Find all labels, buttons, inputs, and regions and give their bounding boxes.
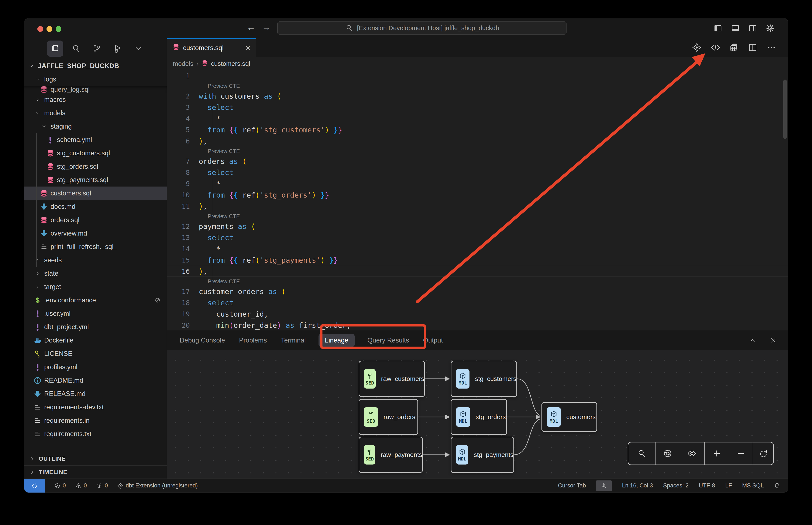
tree-item--env-conformance[interactable]: $.env.conformance [24, 294, 167, 307]
tree-item-requirements-txt[interactable]: requirements.txt [24, 427, 167, 440]
gear-icon[interactable] [766, 24, 775, 33]
sidebar-section-outline[interactable]: OUTLINE [24, 452, 167, 465]
status-cursor-tab[interactable]: Cursor Tab [558, 482, 586, 489]
tree-item-staging[interactable]: staging [24, 120, 167, 133]
command-center-search[interactable]: [Extension Development Host] jaffle_shop… [277, 21, 566, 34]
panel-tab-problems[interactable]: Problems [238, 334, 268, 347]
refresh-icon[interactable] [759, 449, 768, 458]
layout-sidebar-left-icon[interactable] [713, 24, 723, 33]
tree-item-logs[interactable]: logs [24, 73, 167, 86]
tree-item-target[interactable]: target [24, 280, 167, 294]
status-ln-16-col-3[interactable]: Ln 16, Col 3 [622, 482, 653, 489]
tree-item-requirements-dev-txt[interactable]: requirements-dev.txt [24, 401, 167, 414]
magnifier-icon[interactable] [637, 449, 646, 458]
status-lf[interactable]: LF [725, 482, 732, 489]
back-button[interactable]: ← [245, 22, 257, 32]
codelens-link[interactable]: Preview CTE [167, 81, 788, 90]
tree-item-models[interactable]: models [24, 106, 167, 120]
tree-item-dbt-project-yml[interactable]: dbt_project.yml [24, 320, 167, 334]
activity-item-more-views[interactable] [130, 41, 147, 57]
tree-item-schema-yml[interactable]: schema.yml [24, 133, 167, 147]
tree-item-profiles-yml[interactable]: profiles.yml [24, 360, 167, 374]
lineage-node-raw_payments[interactable]: SEDraw_payments [359, 437, 423, 473]
close-tab-icon[interactable]: × [246, 44, 250, 52]
tree-item-customers-sql[interactable]: customers.sql [24, 186, 167, 200]
forward-button[interactable]: → [260, 22, 272, 32]
panel-tab-terminal[interactable]: Terminal [280, 334, 307, 347]
tree-item-orders-sql[interactable]: orders.sql [24, 213, 167, 227]
tree-item-release-md[interactable]: RELEASE.md [24, 387, 167, 401]
status-warning-icon[interactable]: 0 [75, 482, 87, 489]
panel-tab-lineage[interactable]: Lineage [319, 334, 355, 347]
status-spaces-2[interactable]: Spaces: 2 [663, 482, 689, 489]
lineage-node-stg_payments[interactable]: MDLstg_payments [451, 437, 514, 473]
tree-item-requirements-in[interactable]: requirements.in [24, 414, 167, 427]
dots-icon[interactable] [767, 43, 776, 52]
activity-item-explorer[interactable] [47, 41, 63, 57]
codelens-link[interactable]: Preview CTE [167, 212, 788, 221]
dbt-icon[interactable] [692, 43, 702, 52]
code-line-15: 15 from {{ ref('stg_payments') }} [167, 254, 788, 266]
tree-item-print-full-refresh-sql-[interactable]: print_full_refresh._sql_ [24, 240, 167, 253]
badge-label: MDL [549, 419, 558, 424]
tree-item-dockerfile[interactable]: Dockerfile [24, 334, 167, 347]
tree-item-state[interactable]: state [24, 267, 167, 280]
tree-item-stg-orders-sql[interactable]: stg_orders.sql [24, 160, 167, 173]
remote-indicator[interactable] [24, 479, 45, 493]
lineage-node-customers[interactable]: MDLcustomers [542, 402, 597, 432]
tree-item-overview-md[interactable]: overview.md [24, 227, 167, 240]
panel-tab-query-results[interactable]: Query Results [366, 334, 410, 347]
tree-item-macros[interactable]: macros [24, 93, 167, 106]
tree-item-readme-md[interactable]: README.md [24, 374, 167, 387]
minus-icon[interactable] [736, 449, 745, 458]
status-dbt-icon[interactable]: dbt Extension (unregistered) [117, 482, 198, 489]
plus-icon[interactable] [712, 449, 721, 458]
layout-sidebar-right-icon[interactable] [748, 24, 757, 33]
lineage-node-raw_orders[interactable]: SEDraw_orders [359, 399, 418, 435]
lineage-node-raw_customers[interactable]: SEDraw_customers [359, 361, 425, 397]
tree-item-docs-md[interactable]: docs.md [24, 200, 167, 213]
activity-item-source-control[interactable] [89, 41, 105, 57]
zoom-window-button[interactable] [56, 26, 61, 32]
eye-icon[interactable] [687, 449, 696, 458]
status-bell-icon[interactable] [774, 483, 780, 489]
layout-panel-icon[interactable] [731, 24, 740, 33]
tree-item-license[interactable]: LICENSE [24, 347, 167, 360]
node-label: raw_payments [381, 451, 422, 459]
code-editor[interactable]: 1Preview CTE2with customers as (3 select… [167, 70, 788, 330]
status-utf-8[interactable]: UTF-8 [699, 482, 715, 489]
status-radio-tower-icon[interactable]: 0 [96, 482, 108, 489]
status-error-icon[interactable]: 0 [54, 482, 66, 489]
lineage-node-stg_orders[interactable]: MDLstg_orders [451, 399, 507, 435]
close-window-button[interactable] [38, 26, 43, 32]
tree-item-stg-customers-sql[interactable]: stg_customers.sql [24, 147, 167, 160]
codelens-link[interactable]: Preview CTE [167, 277, 788, 286]
chevron-up-icon[interactable] [748, 336, 757, 345]
status-zoom-plus-icon[interactable] [596, 480, 612, 491]
aperture-icon[interactable] [663, 449, 672, 458]
codelens-link[interactable]: Preview CTE [167, 147, 788, 155]
activity-item-run-and-debug[interactable] [109, 41, 126, 57]
tree-item-seeds[interactable]: seeds [24, 253, 167, 267]
breadcrumb-folder[interactable]: models [173, 60, 193, 67]
panel-tab-output[interactable]: Output [422, 334, 444, 347]
panel-tab-debug-console[interactable]: Debug Console [178, 334, 226, 347]
status-ms-sql[interactable]: MS SQL [742, 482, 764, 489]
tab-customers-sql[interactable]: customers.sql × [167, 38, 256, 57]
sidebar-section-timeline[interactable]: TIMELINE [24, 465, 167, 479]
tree-item-stg-payments-sql[interactable]: stg_payments.sql [24, 173, 167, 186]
model-badge: MDL [456, 407, 470, 427]
lineage-graph[interactable]: SEDraw_customersMDLstg_customersSEDraw_o… [167, 350, 788, 479]
layout-controls [713, 18, 775, 38]
activity-item-search[interactable] [68, 41, 84, 57]
tree-item-query-log-sql[interactable]: query_log.sql [24, 86, 167, 93]
copy-table-icon[interactable] [729, 43, 739, 52]
tree-item--user-yml[interactable]: .user.yml [24, 307, 167, 320]
close-icon[interactable] [768, 336, 778, 345]
breadcrumb-file[interactable]: customers.sql [211, 60, 250, 67]
lineage-node-stg_customers[interactable]: MDLstg_customers [451, 361, 517, 397]
code-icon[interactable] [711, 43, 720, 52]
tree-item-jaffle-shop-duckdb[interactable]: JAFFLE_SHOP_DUCKDB [24, 59, 167, 73]
minimize-window-button[interactable] [46, 26, 52, 32]
split-icon[interactable] [748, 43, 757, 52]
